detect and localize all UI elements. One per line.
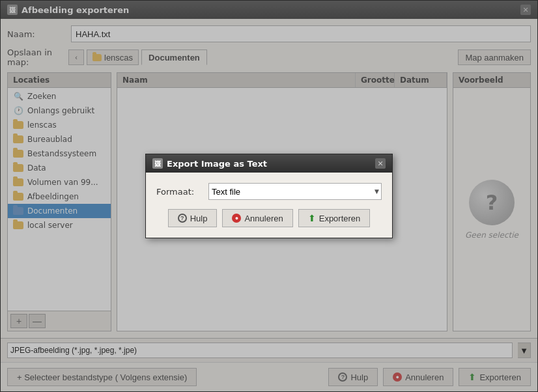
modal-help-label: Hulp <box>190 214 208 223</box>
modal-export-label: Exporteren <box>319 214 361 223</box>
modal-help-button[interactable]: ? Hulp <box>168 209 218 227</box>
modal-format-label: Formaat: <box>156 187 202 197</box>
modal-overlay: 🖼 Export Image as Text ✕ Formaat: Text f… <box>1 1 537 391</box>
modal-format-select[interactable]: Text file CSV HTML <box>208 183 382 200</box>
modal-close-button[interactable]: ✕ <box>375 158 386 169</box>
modal-format-row: Formaat: Text file CSV HTML <box>156 183 382 200</box>
modal-export-button[interactable]: ⬆ Exporteren <box>298 209 371 227</box>
modal-window-icon: 🖼 <box>152 158 163 169</box>
modal-title-bar: 🖼 Export Image as Text ✕ <box>146 154 392 173</box>
modal-cancel-label: Annuleren <box>244 214 283 223</box>
modal-help-icon: ? <box>178 214 187 223</box>
modal-title: Export Image as Text <box>167 159 267 169</box>
modal-format-select-wrapper: Text file CSV HTML <box>208 183 382 200</box>
modal-cancel-button[interactable]: ● Annuleren <box>222 209 292 227</box>
modal-export-icon: ⬆ <box>308 213 316 223</box>
modal-buttons: ? Hulp ● Annuleren ⬆ Exporteren <box>156 209 382 227</box>
main-window: 🖼 Afbeelding exporteren ✕ Naam: Opslaan … <box>0 0 538 392</box>
modal-content: Formaat: Text file CSV HTML ? Hulp <box>146 173 392 238</box>
export-text-modal: 🖼 Export Image as Text ✕ Formaat: Text f… <box>145 154 393 238</box>
modal-cancel-icon: ● <box>232 214 241 223</box>
modal-title-left: 🖼 Export Image as Text <box>152 158 267 169</box>
